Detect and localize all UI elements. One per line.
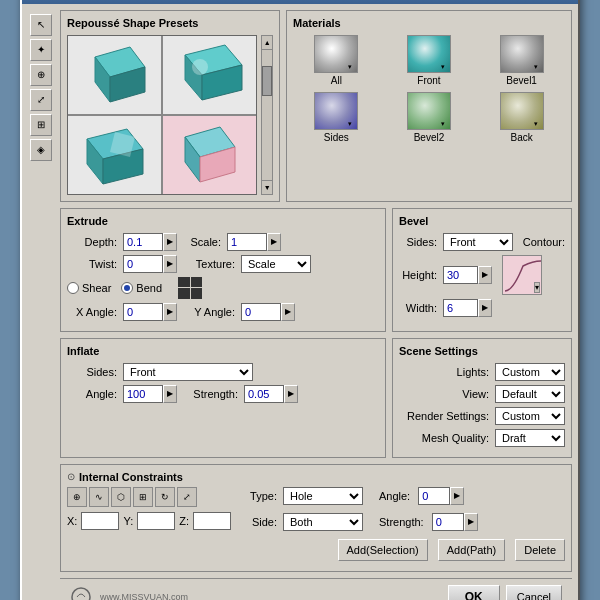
material-all[interactable]: ▾ All	[293, 35, 380, 86]
twist-arrow-btn[interactable]: ▶	[163, 255, 177, 273]
bevel-height-input[interactable]	[443, 266, 478, 284]
texture-label: Texture:	[183, 258, 235, 270]
preset-item-1[interactable]	[68, 36, 161, 114]
inflate-sides-select[interactable]: FrontBackBoth	[123, 363, 253, 381]
z-input[interactable]	[193, 512, 231, 530]
scale-arrow-btn[interactable]: ▶	[267, 233, 281, 251]
grid-icon	[178, 277, 202, 299]
material-arrow-bevel1[interactable]: ▾	[534, 63, 542, 71]
xyz-row: X: Y: Z:	[67, 512, 231, 530]
material-arrow-all[interactable]: ▾	[348, 63, 356, 71]
collapse-icon[interactable]: ⊙	[67, 471, 75, 482]
delete-button[interactable]: Delete	[515, 539, 565, 561]
add-path-button[interactable]: Add(Path)	[438, 539, 506, 561]
bevel-sides-select[interactable]: FrontBackBoth	[443, 233, 513, 251]
mesh-select[interactable]: DraftMediumHigh	[495, 429, 565, 447]
material-arrow-front[interactable]: ▾	[441, 63, 449, 71]
tool-arrow[interactable]: ↖	[30, 14, 52, 36]
shear-bend-group: Shear Bend	[67, 277, 202, 299]
preset-item-2[interactable]	[163, 36, 256, 114]
scale-input[interactable]	[227, 233, 267, 251]
material-sides[interactable]: ▾ Sides	[293, 92, 380, 143]
twist-input[interactable]	[123, 255, 163, 273]
yangle-input[interactable]	[241, 303, 281, 321]
constraints-title-row: ⊙ Internal Constraints	[67, 471, 565, 483]
lights-select[interactable]: CustomDefaultDayNight	[495, 363, 565, 381]
xangle-input[interactable]	[123, 303, 163, 321]
material-back[interactable]: ▾ Back	[478, 92, 565, 143]
tool-3d[interactable]: ◈	[30, 139, 52, 161]
preset-item-3[interactable]	[68, 116, 161, 194]
x-input[interactable]	[81, 512, 119, 530]
render-select[interactable]: CustomDraftSolid	[495, 407, 565, 425]
y-input[interactable]	[137, 512, 175, 530]
extrude-panel: Extrude Depth: ▶ Scale: ▶	[60, 208, 386, 332]
tool-scale[interactable]: ⤢	[30, 89, 52, 111]
svg-point-6	[192, 59, 208, 75]
tool-pan[interactable]: ⊕	[30, 64, 52, 86]
dialog-body: ↖ ✦ ⊕ ⤢ ⊞ ◈ Repoussé Shape Presets	[22, 4, 578, 601]
tool-mesh[interactable]: ⊞	[30, 114, 52, 136]
tool-move2[interactable]: ⊞	[133, 487, 153, 507]
shear-radio[interactable]: Shear	[67, 282, 111, 294]
material-thumb-front: ▾	[407, 35, 451, 73]
bend-radio[interactable]: Bend	[121, 282, 162, 294]
material-arrow-back[interactable]: ▾	[534, 120, 542, 128]
constraints-panel: ⊙ Internal Constraints ⊕ ∿ ⬡ ⊞ ↻ ⤢	[60, 464, 572, 572]
extrude-twist-row: Twist: ▶ Texture: Scale Tile None	[67, 255, 379, 273]
depth-input-group: ▶	[123, 233, 177, 251]
side-select[interactable]: BothFrontBack	[283, 513, 363, 531]
material-thumb-sides: ▾	[314, 92, 358, 130]
preset-item-4[interactable]	[163, 116, 256, 194]
presets-scrollbar[interactable]: ▲ ▼	[261, 35, 273, 195]
bevel-height-arrow[interactable]: ▶	[478, 266, 492, 284]
tool-move[interactable]: ✦	[30, 39, 52, 61]
depth-input[interactable]	[123, 233, 163, 251]
tool-scale2[interactable]: ⤢	[177, 487, 197, 507]
cancel-button[interactable]: Cancel	[506, 585, 562, 601]
bevel-width-arrow[interactable]: ▶	[478, 299, 492, 317]
inflate-angle-arrow[interactable]: ▶	[163, 385, 177, 403]
inflate-angle-input[interactable]	[123, 385, 163, 403]
constraints-tools: ⊕ ∿ ⬡ ⊞ ↻ ⤢ X: Y: Z:	[67, 487, 231, 565]
contour-arrow-btn[interactable]: ▾	[534, 282, 540, 293]
x-label: X:	[67, 515, 77, 527]
material-bevel1[interactable]: ▾ Bevel1	[478, 35, 565, 86]
z-label: Z:	[179, 515, 189, 527]
angle-right-input[interactable]	[418, 487, 450, 505]
type-select[interactable]: HoleExtrudeNone	[283, 487, 363, 505]
material-arrow-sides[interactable]: ▾	[348, 120, 356, 128]
mesh-label: Mesh Quality:	[399, 432, 489, 444]
tool-lasso[interactable]: ∿	[89, 487, 109, 507]
add-selection-button[interactable]: Add(Selection)	[338, 539, 428, 561]
inflate-panel: Inflate Sides: FrontBackBoth Angle: ▶	[60, 338, 386, 458]
bevel-width-group: ▶	[443, 299, 492, 317]
scroll-thumb[interactable]	[262, 66, 272, 96]
xangle-arrow-btn[interactable]: ▶	[163, 303, 177, 321]
material-label-bevel2: Bevel2	[414, 132, 445, 143]
tool-rotate[interactable]: ↻	[155, 487, 175, 507]
contour-thumbnail[interactable]: ▾	[502, 255, 542, 295]
tool-poly[interactable]: ⬡	[111, 487, 131, 507]
strength-right-input[interactable]	[432, 513, 464, 531]
ok-button[interactable]: OK	[448, 585, 500, 601]
depth-arrow-btn[interactable]: ▶	[163, 233, 177, 251]
material-bevel2[interactable]: ▾ Bevel2	[386, 92, 473, 143]
inflate-strength-input[interactable]	[244, 385, 284, 403]
inflate-strength-arrow[interactable]: ▶	[284, 385, 298, 403]
grid-cell-2	[191, 277, 203, 288]
strength-right-arrow[interactable]: ▶	[464, 513, 478, 531]
yangle-arrow-btn[interactable]: ▶	[281, 303, 295, 321]
material-thumb-bevel2: ▾	[407, 92, 451, 130]
view-select[interactable]: DefaultFrontLeftRightTop	[495, 385, 565, 403]
texture-select[interactable]: Scale Tile None	[241, 255, 311, 273]
cube-svg-4	[170, 117, 250, 192]
angle-right-arrow[interactable]: ▶	[450, 487, 464, 505]
tool-select[interactable]: ⊕	[67, 487, 87, 507]
bevel-sides-row: Sides: FrontBackBoth Contour:	[399, 233, 565, 251]
inflate-angle-group: ▶	[123, 385, 177, 403]
material-front[interactable]: ▾ Front	[386, 35, 473, 86]
material-arrow-bevel2[interactable]: ▾	[441, 120, 449, 128]
angle-right-group: ▶	[418, 487, 464, 505]
bevel-width-input[interactable]	[443, 299, 478, 317]
